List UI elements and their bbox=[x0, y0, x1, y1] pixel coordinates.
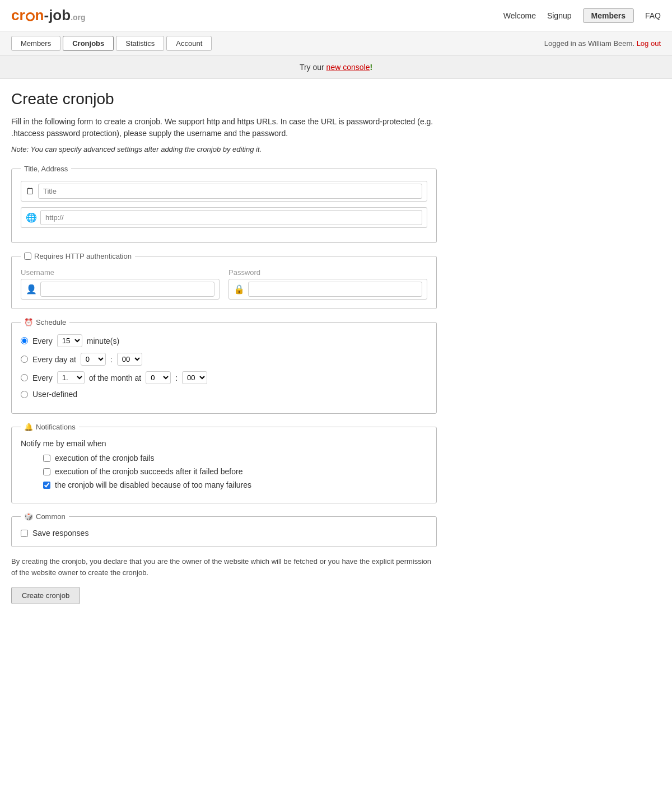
schedule-label-1a: Every bbox=[32, 337, 53, 345]
schedule-dom-select[interactable]: 1. 2. 5. 10. 15. 20. bbox=[57, 371, 85, 384]
save-responses-row: Save responses bbox=[21, 529, 427, 538]
new-console-link[interactable]: new console bbox=[326, 63, 370, 72]
title-address-legend: Title, Address bbox=[21, 165, 71, 173]
logout-link[interactable]: Log out bbox=[637, 39, 661, 48]
notify-cb-row-2: execution of the cronjob succeeds after … bbox=[43, 467, 427, 476]
password-input-wrapper: 🔒 bbox=[228, 279, 427, 300]
notify-cb-2[interactable] bbox=[43, 468, 50, 475]
url-field-row: 🌐 bbox=[21, 207, 427, 228]
tab-cronjobs[interactable]: Cronjobs bbox=[63, 36, 114, 51]
schedule-legend: ⏰ Schedule bbox=[21, 318, 69, 326]
http-auth-checkbox[interactable] bbox=[24, 253, 31, 260]
tabs: Members Cronjobs Statistics Account bbox=[11, 36, 212, 51]
nav-members[interactable]: Members bbox=[583, 8, 634, 23]
notify-cb-2-label: execution of the cronjob succeeds after … bbox=[55, 467, 242, 476]
username-input[interactable] bbox=[40, 282, 214, 297]
title-input-wrapper: 🗒 bbox=[21, 181, 427, 202]
logo-org: .org bbox=[71, 13, 85, 22]
password-input[interactable] bbox=[248, 282, 422, 297]
notify-cb-row-3: the cronjob will be disabled because of … bbox=[43, 480, 427, 489]
title-address-fieldset: Title, Address 🗒 🌐 bbox=[11, 165, 437, 243]
schedule-label-3a: Every bbox=[32, 373, 53, 382]
schedule-fieldset: ⏰ Schedule Every 15 1 2 3 4 5 10 20 30 6… bbox=[11, 318, 437, 414]
username-input-wrapper: 👤 bbox=[21, 279, 220, 300]
save-responses-checkbox[interactable] bbox=[21, 530, 28, 537]
schedule-day-hour-select[interactable]: 0 1 2 3 6 12 18 23 bbox=[81, 353, 106, 366]
schedule-radio-3[interactable] bbox=[21, 374, 28, 381]
footer-disclaimer: By creating the cronjob, you declare tha… bbox=[11, 556, 437, 578]
schedule-label-3b: of the month at bbox=[89, 373, 141, 382]
schedule-day-minute-select[interactable]: 00 05 10 15 30 45 bbox=[117, 353, 142, 366]
nav-links: Welcome Signup Members FAQ bbox=[503, 8, 661, 23]
url-input[interactable] bbox=[40, 210, 422, 225]
notify-cb-3[interactable] bbox=[43, 482, 50, 489]
schedule-colon-2: : bbox=[175, 373, 178, 382]
common-legend: 🎲 Common bbox=[21, 512, 69, 521]
password-field: Password 🔒 bbox=[228, 268, 427, 300]
create-cronjob-button[interactable]: Create cronjob bbox=[11, 587, 80, 604]
logo: crn-job.org bbox=[11, 7, 86, 24]
notify-cb-3-label: the cronjob will be disabled because of … bbox=[55, 480, 251, 489]
schedule-row-4: User-defined bbox=[21, 390, 427, 399]
tab-account[interactable]: Account bbox=[166, 36, 212, 51]
schedule-radio-1[interactable] bbox=[21, 337, 28, 344]
schedule-label-2: Every day at bbox=[32, 355, 76, 364]
notify-label: Notify me by email when bbox=[21, 439, 427, 448]
banner-exclaim: ! bbox=[370, 63, 372, 72]
nav-faq[interactable]: FAQ bbox=[645, 11, 661, 20]
schedule-row-1: Every 15 1 2 3 4 5 10 20 30 60 minute(s) bbox=[21, 334, 427, 347]
schedule-colon-1: : bbox=[110, 355, 113, 364]
notify-cb-1[interactable] bbox=[43, 455, 50, 462]
notifications-legend-text: Notifications bbox=[36, 423, 76, 431]
legend-text: Title, Address bbox=[24, 165, 68, 173]
http-auth-legend-text: Requires HTTP authentication bbox=[34, 252, 132, 260]
schedule-label-1b: minute(s) bbox=[87, 337, 119, 345]
page-title: Create cronjob bbox=[11, 90, 437, 108]
nav-signup[interactable]: Signup bbox=[547, 11, 572, 20]
schedule-month-hour-select[interactable]: 0 1 6 12 18 23 bbox=[146, 371, 171, 384]
notifications-icon: 🔔 bbox=[24, 423, 33, 431]
notify-cb-1-label: execution of the cronjob fails bbox=[55, 454, 154, 463]
tab-bar: Members Cronjobs Statistics Account Logg… bbox=[0, 31, 672, 56]
auth-fields: Username 👤 Password 🔒 bbox=[21, 268, 427, 300]
schedule-radio-4[interactable] bbox=[21, 391, 28, 398]
url-input-wrapper: 🌐 bbox=[21, 207, 427, 228]
globe-icon: 🌐 bbox=[26, 212, 37, 223]
banner: Try our new console! bbox=[0, 56, 672, 79]
notifications-fieldset: 🔔 Notifications Notify me by email when … bbox=[11, 423, 437, 503]
schedule-row-2: Every day at 0 1 2 3 6 12 18 23 : 00 05 … bbox=[21, 353, 427, 366]
username-field: Username 👤 bbox=[21, 268, 220, 300]
main-content: Create cronjob Fill in the following for… bbox=[0, 79, 448, 621]
notify-cb-row-1: execution of the cronjob fails bbox=[43, 454, 427, 463]
common-icon: 🎲 bbox=[24, 512, 33, 521]
http-auth-legend: Requires HTTP authentication bbox=[21, 252, 135, 260]
schedule-radio-2[interactable] bbox=[21, 356, 28, 363]
common-legend-text: Common bbox=[36, 512, 66, 521]
header: crn-job.org Welcome Signup Members FAQ bbox=[0, 0, 672, 31]
schedule-month-minute-select[interactable]: 00 05 10 15 30 45 bbox=[182, 371, 207, 384]
tab-statistics[interactable]: Statistics bbox=[116, 36, 164, 51]
nav-welcome[interactable]: Welcome bbox=[503, 11, 536, 20]
notifications-legend: 🔔 Notifications bbox=[21, 423, 79, 431]
username-label: Username bbox=[21, 268, 220, 277]
page-note: Note: You can specify advanced settings … bbox=[11, 145, 437, 153]
schedule-label-4: User-defined bbox=[32, 390, 77, 399]
password-label: Password bbox=[228, 268, 427, 277]
schedule-row-3: Every 1. 2. 5. 10. 15. 20. of the month … bbox=[21, 371, 427, 384]
common-fieldset: 🎲 Common Save responses bbox=[11, 512, 437, 547]
title-icon: 🗒 bbox=[26, 186, 35, 197]
http-auth-fieldset: Requires HTTP authentication Username 👤 … bbox=[11, 252, 437, 309]
user-icon: 👤 bbox=[26, 284, 37, 295]
banner-try-text: Try our bbox=[300, 63, 326, 72]
save-responses-label: Save responses bbox=[32, 529, 88, 538]
title-field-row: 🗒 bbox=[21, 181, 427, 202]
title-input[interactable] bbox=[38, 184, 422, 199]
login-status: Logged in as William Beem. Log out bbox=[544, 39, 661, 48]
logo-cron: crn bbox=[11, 7, 44, 24]
login-text: Logged in as William Beem. bbox=[544, 39, 634, 48]
schedule-icon: ⏰ bbox=[24, 318, 33, 326]
lock-icon: 🔒 bbox=[234, 284, 245, 295]
tab-members[interactable]: Members bbox=[11, 36, 60, 51]
schedule-minutes-select[interactable]: 15 1 2 3 4 5 10 20 30 60 bbox=[57, 334, 82, 347]
logo-dash: -job bbox=[44, 7, 71, 24]
